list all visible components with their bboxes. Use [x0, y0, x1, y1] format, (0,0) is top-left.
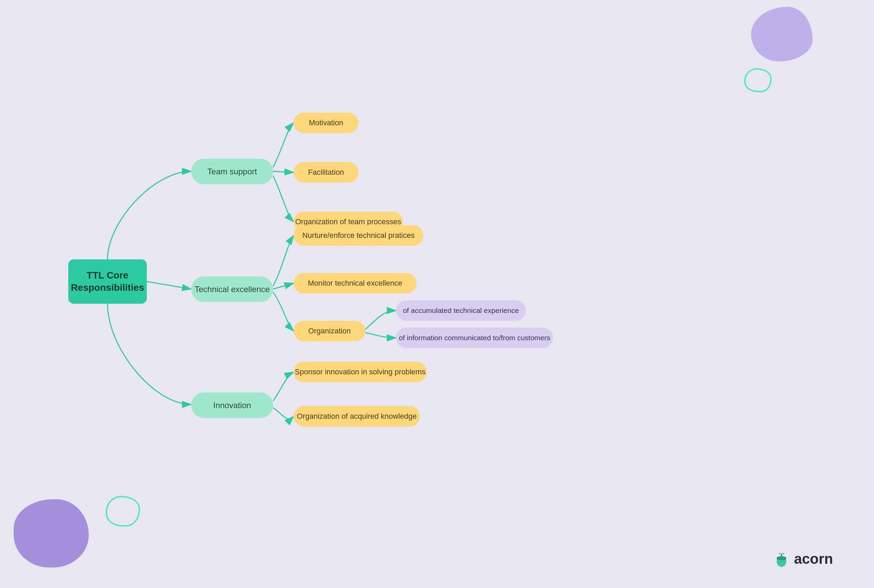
blob-teal-top-right	[744, 68, 772, 92]
motivation-label: Motivation	[309, 118, 343, 127]
sponsor-leaf: Sponsor innovation in solving problems	[294, 362, 427, 382]
information-leaf: of information communicated to/from cust…	[396, 328, 553, 348]
acorn-logo: acorn	[773, 550, 833, 567]
svg-rect-3	[781, 554, 782, 557]
root-label: TTL Core Responsibilities	[71, 269, 144, 294]
blob-purple-bottom-left	[14, 499, 89, 567]
innovation-box: Innovation	[191, 393, 273, 418]
information-label: of information communicated to/from cust…	[399, 334, 550, 342]
accumulated-label: of accumulated technical experience	[403, 306, 519, 315]
org-knowledge-label: Organization of acquired knowledge	[297, 412, 417, 421]
accumulated-leaf: of accumulated technical experience	[396, 300, 526, 321]
motivation-leaf: Motivation	[294, 112, 359, 133]
nurture-label: Nurture/enforce technical pratices	[302, 231, 415, 240]
team-support-box: Team support	[191, 159, 273, 184]
innovation-label: Innovation	[213, 400, 251, 410]
organization-tech-leaf: Organization	[294, 321, 365, 341]
team-support-label: Team support	[207, 167, 257, 176]
acorn-text-label: acorn	[794, 551, 833, 567]
root-box: TTL Core Responsibilities	[68, 260, 147, 304]
facilitation-label: Facilitation	[308, 168, 344, 177]
monitor-leaf: Monitor technical excellence	[294, 273, 416, 294]
monitor-label: Monitor technical excellence	[308, 279, 402, 288]
technical-excellence-box: Technical excellence	[191, 276, 273, 302]
org-knowledge-leaf: Organization of acquired knowledge	[294, 406, 420, 427]
nurture-leaf: Nurture/enforce technical pratices	[294, 225, 423, 246]
blob-teal-bottom-left	[106, 496, 140, 526]
facilitation-leaf: Facilitation	[294, 162, 359, 183]
organization-tech-label: Organization	[308, 327, 351, 336]
sponsor-label: Sponsor innovation in solving problems	[295, 368, 426, 376]
acorn-icon	[773, 550, 790, 567]
blob-purple-top-right	[751, 7, 812, 62]
technical-excellence-label: Technical excellence	[195, 285, 270, 294]
